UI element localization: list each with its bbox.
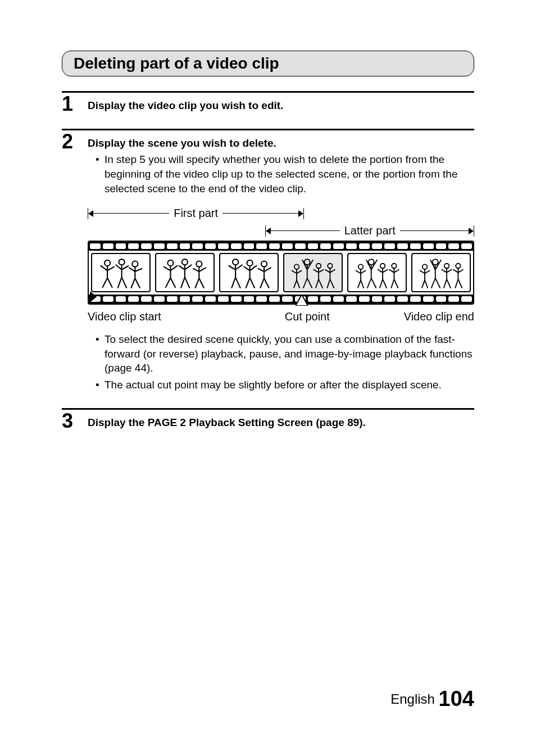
svg-point-6 xyxy=(233,259,238,265)
section-title-bar: Deleting part of a video clip xyxy=(62,51,474,76)
frame-thumbnail xyxy=(219,253,279,292)
arrow-left-icon xyxy=(88,210,93,217)
step-heading: Display the PAGE 2 Playback Setting Scre… xyxy=(88,415,474,430)
step-bullet: The actual cut point may be slightly bef… xyxy=(96,378,474,392)
cut-marker-icon xyxy=(296,295,308,306)
dancer-group-icon xyxy=(351,256,403,289)
svg-point-0 xyxy=(105,260,110,265)
step-2: 2 Display the scene you wish to delete. … xyxy=(62,129,474,395)
range-stop-right xyxy=(303,208,304,219)
svg-point-15 xyxy=(380,263,385,268)
step-3: 3 Display the PAGE 2 Playback Setting Sc… xyxy=(62,408,474,432)
svg-marker-21 xyxy=(90,291,97,302)
dancer-icon xyxy=(159,256,211,289)
step-heading: Display the scene you wish to delete. xyxy=(88,136,474,151)
clip-start-label: Video clip start xyxy=(88,309,161,324)
frame-thumbnail xyxy=(347,253,407,292)
cut-point-label: Cut point xyxy=(285,309,330,324)
first-part-label: First part xyxy=(169,206,222,221)
step-1: 1 Display the video clip you wish to edi… xyxy=(62,91,474,115)
step-number: 2 xyxy=(62,132,88,152)
film-perforations xyxy=(89,295,473,304)
frame-thumbnail xyxy=(411,253,471,292)
step-number: 1 xyxy=(62,94,88,114)
page-footer: English 104 xyxy=(390,687,474,711)
section-title: Deleting part of a video clip xyxy=(74,55,462,73)
arrow-left-icon xyxy=(266,228,271,234)
frame-thumbnail xyxy=(155,253,215,292)
svg-point-10 xyxy=(305,259,310,265)
svg-point-2 xyxy=(132,261,138,266)
svg-point-4 xyxy=(182,259,188,265)
arrow-right-icon xyxy=(298,210,303,217)
svg-point-20 xyxy=(456,263,460,268)
step-bullet: To select the desired scene quickly, you… xyxy=(96,332,474,375)
svg-point-19 xyxy=(444,263,449,268)
step-heading: Display the video clip you wish to edit. xyxy=(88,98,474,113)
svg-point-7 xyxy=(247,260,253,265)
svg-point-12 xyxy=(328,263,332,268)
frame-thumbnail xyxy=(91,253,151,292)
step-bullet: In step 5 you will specify whether you w… xyxy=(96,152,474,196)
svg-point-3 xyxy=(167,260,173,265)
dancer-group-icon xyxy=(287,256,339,289)
film-perforations xyxy=(89,242,473,251)
svg-point-11 xyxy=(316,263,321,268)
latter-part-label: Latter part xyxy=(340,223,400,238)
svg-point-13 xyxy=(358,264,363,269)
frame-thumbnail-selected xyxy=(283,253,343,292)
footer-page-number: 104 xyxy=(439,687,474,710)
svg-point-5 xyxy=(196,261,202,266)
clip-diagram: First part Latter part xyxy=(88,206,474,324)
filmstrip xyxy=(88,241,474,305)
start-marker-icon xyxy=(89,291,98,306)
dancer-icon xyxy=(95,256,147,289)
svg-point-8 xyxy=(261,261,267,266)
svg-marker-22 xyxy=(296,295,308,306)
range-stop-right xyxy=(474,225,474,237)
svg-point-1 xyxy=(119,259,125,265)
footer-language: English xyxy=(390,691,435,707)
dancer-group-icon xyxy=(415,256,467,289)
arrow-right-icon xyxy=(469,228,474,234)
svg-point-18 xyxy=(433,259,438,265)
svg-point-9 xyxy=(294,264,299,269)
svg-point-17 xyxy=(423,264,427,269)
dancer-icon xyxy=(223,256,275,289)
svg-point-16 xyxy=(392,263,396,268)
clip-end-label: Video clip end xyxy=(404,309,474,324)
step-number: 3 xyxy=(62,411,88,431)
svg-point-14 xyxy=(369,259,374,265)
